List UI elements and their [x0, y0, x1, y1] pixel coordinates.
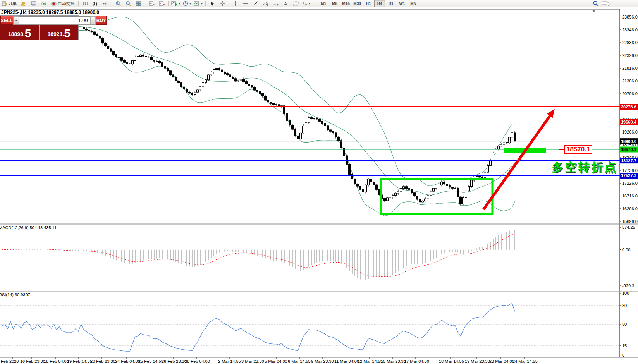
candle	[395, 193, 397, 196]
buy-button[interactable]: BUY	[96, 16, 107, 25]
chart-shift-marker[interactable]	[592, 10, 596, 12]
zoom-in-button[interactable]	[113, 0, 123, 7]
candle	[509, 137, 511, 143]
candle	[254, 87, 256, 90]
horizontal-line-tool-button[interactable]	[241, 0, 250, 7]
main-price-panel[interactable]: 23856.023346.022836.022326.021816.021306…	[0, 15, 638, 224]
time-label: 3 Mar 23:30	[241, 359, 264, 364]
signals-button[interactable]	[39, 0, 49, 7]
sell-price-display[interactable]: 18898.5	[0, 25, 40, 40]
candle	[251, 85, 253, 87]
text-tool-button[interactable]: A	[281, 0, 291, 7]
candle	[273, 103, 275, 105]
svg-text:T: T	[295, 2, 297, 6]
candle	[175, 77, 177, 81]
market-watch-button[interactable]	[19, 0, 29, 7]
turning-point-annotation[interactable]: 多空转折点	[552, 160, 617, 175]
autotrading-label: 自动交易	[58, 1, 75, 7]
candle	[278, 105, 280, 106]
candle	[498, 146, 500, 149]
candle	[110, 49, 112, 51]
candle	[368, 179, 370, 185]
candle	[487, 165, 489, 172]
indicators-button[interactable]: ▾	[170, 0, 181, 7]
timeframe-h1-button[interactable]: H1	[363, 0, 374, 7]
vertical-line-tool-button[interactable]	[230, 0, 240, 7]
profile-charts-button[interactable]	[147, 0, 156, 7]
candle	[94, 32, 96, 34]
search-button[interactable]	[591, 0, 600, 7]
candle	[324, 124, 326, 126]
bar-chart-mode-button[interactable]	[80, 0, 90, 7]
candle	[118, 57, 120, 58]
horizontal-lines-layer[interactable]	[0, 107, 620, 176]
candle	[210, 72, 212, 75]
new-order-button[interactable]: 订单	[0, 0, 19, 7]
autotrading-button[interactable]: 自动交易	[49, 0, 77, 7]
candle	[316, 118, 318, 119]
autotrading-stop-icon	[51, 1, 57, 6]
drawings-layer[interactable]	[381, 109, 555, 214]
timeframe-bar: M1M5M15M30H1H4D1W1MN	[318, 0, 419, 7]
horizontal-line-icon	[243, 2, 248, 5]
tile-windows-button[interactable]	[134, 0, 143, 7]
indicators-plus-icon	[171, 1, 177, 6]
volume-input[interactable]	[19, 16, 90, 24]
zoom-in-icon	[115, 1, 121, 6]
trendline-tool-button[interactable]	[251, 0, 260, 7]
expert-advisor-button[interactable]	[29, 0, 39, 7]
svg-text:-929.3: -929.3	[622, 283, 634, 288]
candle	[397, 191, 399, 193]
timeframe-d1-button[interactable]: D1	[385, 0, 396, 7]
candle	[240, 79, 242, 80]
candle	[265, 96, 267, 100]
level-label-leader	[559, 149, 564, 150]
periods-button[interactable]: ▾	[182, 0, 192, 7]
candlestick-mode-button[interactable]	[90, 0, 100, 7]
candle	[308, 118, 310, 123]
shapes-tool-button[interactable]: ▾	[301, 0, 311, 7]
rsi-panel[interactable]: 1008050150	[0, 291, 629, 357]
chart-window[interactable]: 23856.023346.022836.022326.021816.021306…	[0, 0, 638, 364]
timeframe-h4-button[interactable]: H4	[374, 0, 385, 7]
cursor-tool-button[interactable]	[207, 0, 217, 7]
vertical-line-icon	[234, 1, 237, 6]
time-label: 20 Feb 23:30	[90, 359, 115, 364]
candle	[482, 177, 483, 178]
timeframe-m1-button[interactable]: M1	[318, 0, 329, 7]
templates-button[interactable]: ▾	[193, 0, 204, 7]
timeframe-w1-button[interactable]: W1	[397, 0, 408, 7]
crosshair-tool-button[interactable]	[217, 0, 227, 7]
timeframe-m5-button[interactable]: M5	[329, 0, 340, 7]
candle	[202, 82, 204, 86]
chat-button[interactable]	[601, 0, 611, 7]
candle	[408, 189, 410, 190]
candle	[303, 126, 304, 133]
label-tool-button[interactable]: T	[291, 0, 301, 7]
timeframe-m15-button[interactable]: M15	[340, 0, 351, 7]
time-label: 17 Mar 04:00	[404, 359, 429, 364]
trend-arrow[interactable]	[483, 115, 551, 209]
equidistant-channel-icon: E	[263, 1, 269, 6]
candle	[289, 120, 291, 125]
volume-increase-button[interactable]: ▲	[90, 16, 96, 24]
timeframe-m30-button[interactable]: M30	[352, 0, 363, 7]
fibonacci-tool-button[interactable]: F	[271, 0, 280, 7]
profile-add-button[interactable]	[157, 0, 167, 7]
buy-price-display[interactable]: 18921.5	[40, 25, 79, 40]
timeframe-mn-button[interactable]: MN	[408, 0, 419, 7]
dropdown-caret: ▾	[309, 2, 310, 5]
time-label: 24 Feb 04:00	[115, 359, 140, 364]
svg-text:22836.0: 22836.0	[622, 40, 638, 45]
level-price-label[interactable]: 18570.1	[564, 145, 592, 154]
line-chart-mode-button[interactable]	[100, 0, 110, 7]
zoom-out-button[interactable]	[124, 0, 133, 7]
fibonacci-icon: F	[273, 1, 279, 6]
channel-tool-button[interactable]: E	[261, 0, 270, 7]
time-label: 9 Mar 23:30	[311, 359, 334, 364]
macd-panel[interactable]: 574.250.00-929.3	[2, 225, 635, 288]
volume-decrease-button[interactable]: ▼	[14, 16, 19, 24]
svg-text:20796.0: 20796.0	[622, 91, 638, 96]
candle	[511, 132, 513, 137]
sell-button[interactable]: SELL	[0, 16, 13, 25]
